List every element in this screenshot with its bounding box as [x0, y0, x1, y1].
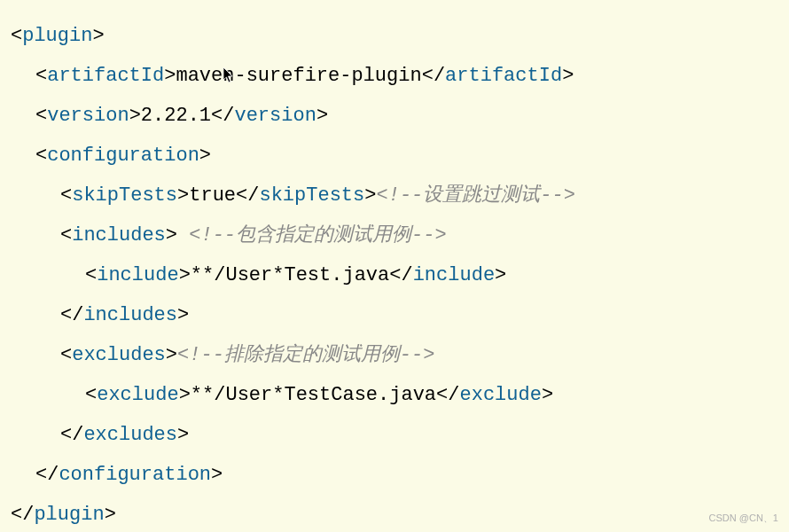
angle-open-slash: </ — [35, 464, 59, 486]
angle-open: < — [60, 184, 72, 207]
tag-version-open: version — [47, 105, 129, 127]
tag-skiptests-close: skipTests — [259, 184, 364, 207]
angle-open-slash: </ — [11, 504, 34, 526]
angle-close: > — [92, 25, 104, 47]
angle-close: > — [166, 224, 177, 246]
tag-includes-close: includes — [83, 304, 177, 326]
angle-open-slash: </ — [422, 65, 445, 87]
angle-close: > — [129, 105, 141, 127]
angle-open-slash: </ — [60, 424, 83, 446]
angle-open: < — [60, 224, 72, 246]
tag-include-close: include — [413, 264, 495, 286]
angle-open: < — [11, 25, 22, 47]
tag-skiptests-open: skipTests — [72, 184, 177, 207]
angle-open: < — [85, 264, 97, 286]
angle-open: < — [35, 65, 47, 87]
comment-includes: <!--包含指定的测试用例--> — [177, 224, 447, 246]
code-line: <exclude>**/User*TestCase.java</exclude> — [11, 375, 778, 415]
angle-close: > — [105, 504, 116, 526]
tag-exclude-open: exclude — [97, 384, 178, 406]
code-line: <skipTests>true</skipTests><!--设置跳过测试--> — [11, 176, 778, 215]
angle-close: > — [542, 384, 553, 406]
comment-skiptests: <!--设置跳过测试--> — [376, 184, 574, 207]
tag-artifactid-close: artifactId — [445, 65, 562, 87]
angle-close: > — [179, 264, 191, 286]
tag-configuration-open: configuration — [47, 145, 199, 167]
angle-open: < — [35, 145, 47, 167]
skiptests-value: true — [189, 184, 236, 207]
include-value: **/User*Test.java — [191, 264, 389, 286]
angle-close: > — [166, 344, 177, 366]
angle-close: > — [316, 105, 328, 127]
angle-close: > — [211, 464, 223, 486]
code-line: </excludes> — [11, 415, 778, 455]
angle-close: > — [179, 384, 191, 406]
angle-close: > — [177, 424, 189, 446]
tag-includes-open: includes — [72, 224, 166, 246]
code-line: <artifactId>maven-surefire-plugin</artif… — [11, 56, 778, 96]
angle-close: > — [364, 184, 376, 207]
angle-open-slash: </ — [236, 184, 259, 207]
tag-plugin-close: plugin — [34, 504, 104, 526]
angle-close: > — [177, 304, 189, 326]
code-line: <version>2.22.1</version> — [11, 96, 778, 136]
angle-open-slash: </ — [60, 304, 83, 326]
code-line: <include>**/User*Test.java</include> — [11, 255, 778, 295]
angle-close: > — [177, 184, 189, 207]
angle-close: > — [562, 65, 574, 87]
tag-artifactid-open: artifactId — [47, 65, 164, 87]
angle-open: < — [35, 105, 47, 127]
code-line: <excludes><!--排除指定的测试用例--> — [11, 335, 778, 375]
version-value: 2.22.1 — [141, 105, 211, 127]
angle-open-slash: </ — [389, 264, 412, 286]
tag-plugin-open: plugin — [22, 25, 92, 47]
artifactid-value: maven-surefire-plugin — [176, 65, 421, 87]
tag-excludes-close: excludes — [83, 424, 177, 446]
angle-open: < — [60, 344, 72, 366]
code-line: <includes> <!--包含指定的测试用例--> — [11, 215, 778, 255]
watermark: CSDN @CN、1 — [709, 512, 778, 525]
angle-close: > — [495, 264, 506, 286]
angle-open: < — [85, 384, 97, 406]
exclude-value: **/User*TestCase.java — [191, 384, 436, 406]
code-line: </plugin> — [11, 495, 778, 532]
angle-close: > — [199, 145, 211, 167]
tag-include-open: include — [97, 264, 178, 286]
code-line: <plugin> — [11, 16, 778, 56]
code-line: </includes> — [11, 295, 778, 335]
tag-exclude-close: exclude — [459, 384, 541, 406]
angle-open-slash: </ — [436, 384, 459, 406]
tag-excludes-open: excludes — [72, 344, 166, 366]
tag-configuration-close: configuration — [59, 464, 211, 486]
code-line: <configuration> — [11, 136, 778, 176]
angle-close: > — [164, 65, 176, 87]
tag-version-close: version — [234, 105, 316, 127]
angle-open-slash: </ — [211, 105, 234, 127]
code-line: </configuration> — [11, 455, 778, 495]
comment-excludes: <!--排除指定的测试用例--> — [177, 344, 434, 366]
